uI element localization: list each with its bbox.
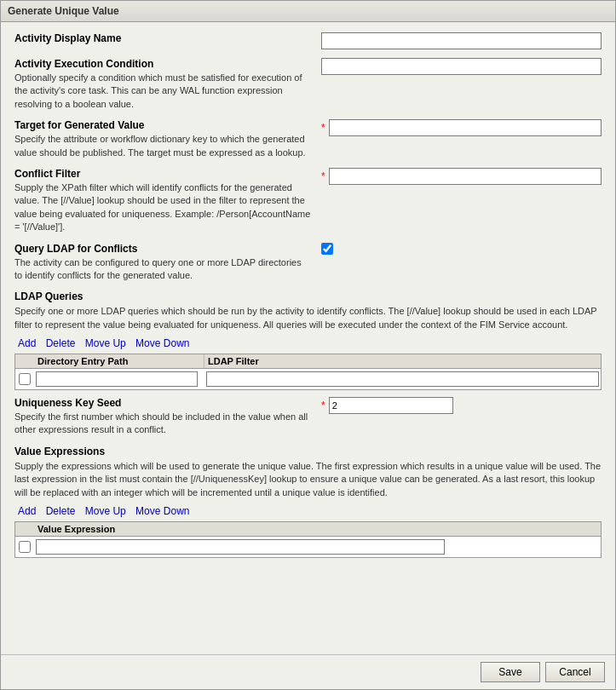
ve-row-input-col xyxy=(34,538,601,555)
execution-condition-input[interactable] xyxy=(321,58,602,75)
conflict-filter-input-col: * xyxy=(321,168,602,185)
execution-condition-label-col: Activity Execution Condition Optionally … xyxy=(14,58,321,111)
ldap-table-header: Directory Entry Path LDAP Filter xyxy=(15,354,601,369)
cancel-button[interactable]: Cancel xyxy=(545,662,605,682)
conflict-filter-desc: Supply the XPath filter which will ident… xyxy=(14,182,310,232)
ve-table-row xyxy=(15,537,601,557)
activity-display-name-label: Activity Display Name xyxy=(14,32,311,44)
uniqueness-label-col: Uniqueness Key Seed Specify the first nu… xyxy=(14,397,321,437)
uniqueness-key-seed-label: Uniqueness Key Seed xyxy=(14,397,311,409)
ve-add-button[interactable]: Add xyxy=(14,504,39,518)
ldap-add-button[interactable]: Add xyxy=(14,336,39,350)
target-generated-value-row: Target for Generated Value Specify the a… xyxy=(14,119,602,159)
ve-table-header: Value Expression xyxy=(15,522,601,537)
ldap-row-dir-input[interactable] xyxy=(36,371,198,387)
ldap-row-check-col xyxy=(15,373,34,385)
conflict-filter-label-col: Conflict Filter Supply the XPath filter … xyxy=(14,168,321,234)
ldap-queries-desc: Specify one or more LDAP queries which s… xyxy=(14,305,602,331)
conflict-filter-label: Conflict Filter xyxy=(14,168,311,180)
uniqueness-key-seed-row: Uniqueness Key Seed Specify the first nu… xyxy=(14,397,602,437)
main-window: Generate Unique Value Activity Display N… xyxy=(0,0,616,690)
query-ldap-row: Query LDAP for Conflicts The activity ca… xyxy=(14,243,602,283)
query-ldap-input-col xyxy=(321,243,602,255)
ldap-delete-button[interactable]: Delete xyxy=(43,336,79,350)
ve-th-check-spacer xyxy=(15,522,34,536)
ldap-queries-label: LDAP Queries xyxy=(14,290,602,302)
target-generated-value-label-col: Target for Generated Value Specify the a… xyxy=(14,119,321,159)
activity-display-name-label-col: Activity Display Name xyxy=(14,32,321,46)
query-ldap-label-col: Query LDAP for Conflicts The activity ca… xyxy=(14,243,321,283)
uniqueness-input-col: * xyxy=(321,397,453,414)
uniqueness-key-seed-input[interactable] xyxy=(329,397,453,414)
save-button[interactable]: Save xyxy=(481,662,540,682)
target-required-star: * xyxy=(321,122,325,134)
ldap-move-up-button[interactable]: Move Up xyxy=(82,336,130,350)
ldap-table-row xyxy=(15,369,601,389)
uniqueness-key-seed-desc: Specify the first number which should be… xyxy=(14,411,308,434)
content-area: Activity Display Name Activity Execution… xyxy=(1,22,615,654)
execution-condition-desc: Optionally specify a condition which mus… xyxy=(14,72,302,109)
ldap-move-down-button[interactable]: Move Down xyxy=(132,336,193,350)
value-expressions-desc: Supply the expressions which will be use… xyxy=(14,460,602,499)
uniqueness-required-star: * xyxy=(321,400,325,411)
ve-row-checkbox[interactable] xyxy=(19,541,31,553)
value-expressions-section: Value Expressions Supply the expressions… xyxy=(14,446,602,558)
query-ldap-label: Query LDAP for Conflicts xyxy=(14,243,311,255)
ldap-row-ldap-input[interactable] xyxy=(206,371,599,387)
target-generated-value-label: Target for Generated Value xyxy=(14,119,311,131)
execution-condition-label: Activity Execution Condition xyxy=(14,58,311,70)
ve-move-up-button[interactable]: Move Up xyxy=(82,504,130,518)
ldap-queries-section: LDAP Queries Specify one or more LDAP qu… xyxy=(14,290,602,390)
activity-display-name-input[interactable] xyxy=(321,32,602,49)
ldap-th-check-spacer xyxy=(15,354,34,368)
ve-th-expression: Value Expression xyxy=(34,522,601,536)
target-generated-value-input[interactable] xyxy=(329,119,602,136)
ldap-queries-table: Directory Entry Path LDAP Filter xyxy=(14,354,602,390)
value-expressions-toolbar: Add Delete Move Up Move Down xyxy=(14,504,602,518)
ldap-row-dir-col xyxy=(34,371,204,388)
ve-row-input[interactable] xyxy=(36,539,445,555)
window-title: Generate Unique Value xyxy=(8,5,119,17)
target-generated-value-desc: Specify the attribute or workflow dictio… xyxy=(14,134,306,157)
conflict-filter-input[interactable] xyxy=(329,168,602,185)
value-expressions-label: Value Expressions xyxy=(14,446,602,457)
ve-delete-button[interactable]: Delete xyxy=(43,504,79,518)
footer: Save Cancel xyxy=(1,654,615,689)
activity-display-name-row: Activity Display Name xyxy=(14,32,602,49)
ldap-th-filter: LDAP Filter xyxy=(204,354,601,368)
ve-row-check-col xyxy=(15,541,34,553)
ldap-row-checkbox[interactable] xyxy=(19,373,31,385)
ldap-queries-toolbar: Add Delete Move Up Move Down xyxy=(14,336,602,350)
query-ldap-desc: The activity can be configured to query … xyxy=(14,257,302,280)
conflict-filter-required-star: * xyxy=(321,170,325,182)
ldap-th-directory: Directory Entry Path xyxy=(34,354,204,368)
target-generated-value-input-col: * xyxy=(321,119,602,136)
activity-display-name-input-col xyxy=(321,32,602,49)
execution-condition-row: Activity Execution Condition Optionally … xyxy=(14,58,602,111)
value-expressions-table: Value Expression xyxy=(14,521,602,558)
ve-move-down-button[interactable]: Move Down xyxy=(132,504,193,518)
ldap-row-ldap-col xyxy=(204,371,601,388)
execution-condition-input-col xyxy=(321,58,602,75)
conflict-filter-row: Conflict Filter Supply the XPath filter … xyxy=(14,168,602,234)
title-bar: Generate Unique Value xyxy=(1,1,615,22)
query-ldap-checkbox[interactable] xyxy=(321,243,333,255)
